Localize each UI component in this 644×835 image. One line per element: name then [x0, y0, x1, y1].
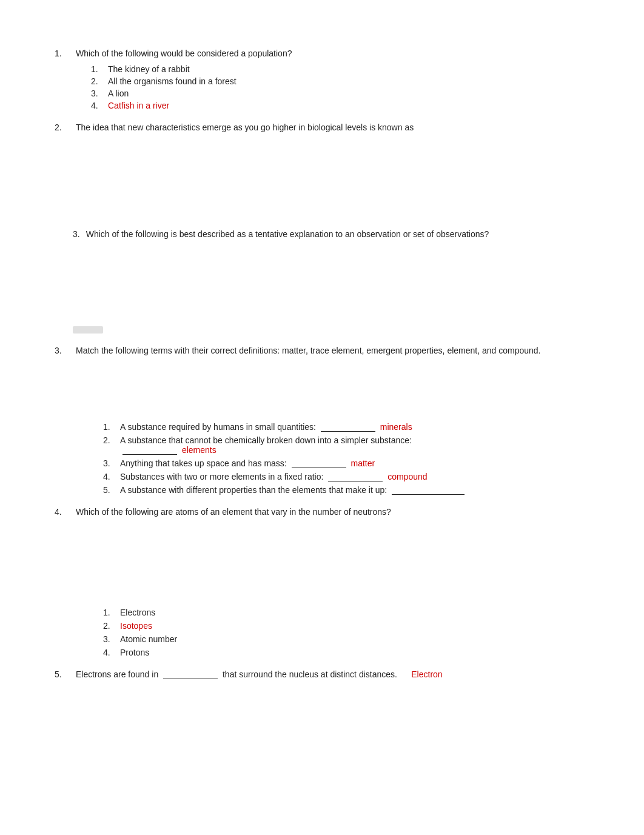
q3-rect: [73, 326, 103, 334]
q3-number: 3.: [73, 229, 80, 239]
q5-option-4-text: Protons: [120, 648, 589, 657]
q3-container: 3. Which of the following is best descri…: [73, 229, 589, 334]
q3-rect-row: [73, 326, 589, 334]
q5-answer-space: [55, 517, 589, 602]
q4-match-4-text: Substances with two or more elements in …: [120, 472, 589, 481]
q1-option-1: The kidney of a rabbit: [91, 64, 589, 74]
q1-option-2-text: All the organisms found in a forest: [108, 76, 589, 86]
q2-answer-space: [55, 132, 589, 229]
q1-option-2: All the organisms found in a forest: [91, 76, 589, 86]
q4-match-1-text: A substance required by humans in small …: [120, 422, 589, 432]
q1-option-4: Catfish in a river: [91, 101, 589, 110]
q1-option-3: A lion: [91, 89, 589, 98]
q1-text: Which of the following would be consider…: [76, 49, 589, 58]
q1-options: The kidney of a rabbit All the organisms…: [91, 64, 589, 110]
q4-match-1: A substance required by humans in small …: [103, 422, 589, 432]
q4-match-2-blank: [122, 454, 177, 455]
q5-option-1: Electrons: [103, 608, 589, 617]
q4-answer-space: [55, 355, 589, 416]
q4-match-2-text: A substance that cannot be chemically br…: [120, 435, 589, 455]
q6-blank: [163, 679, 218, 679]
q2-text: The idea that new characteristics emerge…: [76, 122, 589, 132]
question-5: Which of the following are atoms of an e…: [55, 507, 589, 657]
q4-match-5-blank: [392, 494, 465, 495]
q5-option-2: Isotopes: [103, 621, 589, 631]
q5-option-3-text: Atomic number: [120, 634, 589, 644]
q3-text: Which of the following is best described…: [86, 229, 589, 239]
question-4: Match the following terms with their cor…: [55, 346, 589, 495]
q3-answer-space: [73, 239, 589, 324]
q5-option-4: Protons: [103, 648, 589, 657]
q1-option-1-text: The kidney of a rabbit: [108, 64, 589, 74]
q4-text: Match the following terms with their cor…: [76, 346, 589, 355]
q4-match-2: A substance that cannot be chemically br…: [103, 435, 589, 455]
q4-match-4: Substances with two or more elements in …: [103, 472, 589, 481]
main-question-list: Which of the following would be consider…: [55, 49, 589, 679]
q4-match-1-answer: minerals: [380, 422, 412, 432]
q3-label: 3. Which of the following is best descri…: [73, 229, 589, 239]
q5-option-3: Atomic number: [103, 634, 589, 644]
q6-answer: Electron: [411, 669, 442, 679]
q4-match-3-answer: matter: [351, 458, 375, 468]
question-1: Which of the following would be consider…: [55, 49, 589, 110]
question-6: Electrons are found in that surround the…: [55, 669, 589, 679]
q4-match-3-blank: [292, 468, 346, 468]
q4-match-3: Anything that takes up space and has mas…: [103, 458, 589, 468]
q4-match-5-text: A substance with different properties th…: [120, 485, 589, 495]
question-2: The idea that new characteristics emerge…: [55, 122, 589, 334]
q4-match-4-answer: compound: [387, 472, 427, 481]
q6-text: Electrons are found in that surround the…: [76, 669, 589, 679]
q5-option-1-text: Electrons: [120, 608, 589, 617]
q5-text: Which of the following are atoms of an e…: [76, 507, 589, 517]
q4-match-3-text: Anything that takes up space and has mas…: [120, 458, 589, 468]
q5-options: Electrons Isotopes Atomic number Protons: [103, 608, 589, 657]
q5-option-2-text: Isotopes: [120, 621, 589, 631]
q4-match-5: A substance with different properties th…: [103, 485, 589, 495]
q4-match-4-blank: [328, 481, 383, 481]
q4-match-2-answer: elements: [182, 445, 216, 455]
q4-match-1-blank: [321, 431, 375, 432]
q1-option-3-text: A lion: [108, 89, 589, 98]
q1-option-4-text: Catfish in a river: [108, 101, 589, 110]
q4-match-list: A substance required by humans in small …: [103, 422, 589, 495]
